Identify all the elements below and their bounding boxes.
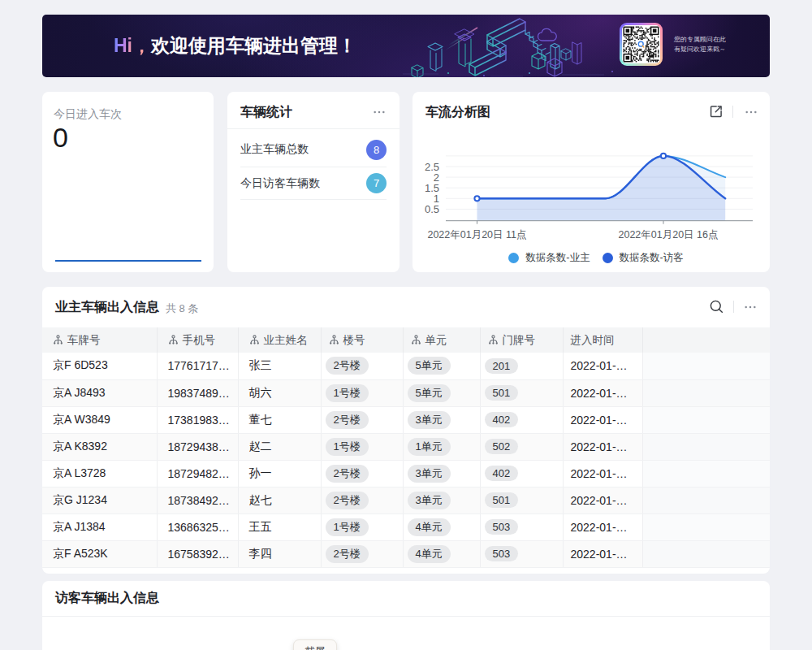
table-cell: 18729438… <box>157 433 238 460</box>
table-cell: 13686325… <box>157 514 238 540</box>
traffic-line-chart: 0.511.522.52022年01月20日 11点2022年01月20日 16… <box>412 92 770 254</box>
more-icon[interactable] <box>742 299 758 315</box>
visitor-table-title: 访客车辆出入信息 <box>55 590 159 607</box>
more-icon[interactable] <box>371 104 387 120</box>
today-entries-value: 0 <box>53 122 68 154</box>
table-cell: 胡六 <box>238 379 321 406</box>
vehicle-stats-card: 车辆统计 业主车辆总数 8今日访客车辆数 7 <box>227 92 400 272</box>
traffic-chart-card: 车流分析图 0.511.522.52022年01月20日 11点2022年01月… <box>412 92 770 272</box>
select-tag: 501 <box>485 385 519 401</box>
table-cell <box>642 514 770 540</box>
table-cell: 1号楼 <box>321 514 403 540</box>
table-cell: 19837489… <box>157 379 238 406</box>
screenshot-button[interactable]: 截屏 <box>293 639 337 650</box>
column-header[interactable]: 进入时间 <box>563 327 642 353</box>
table-cell: 5单元 <box>403 379 480 406</box>
table-cell: 17761717… <box>157 353 238 379</box>
table-cell: 京A L3728 <box>42 460 157 487</box>
legend-item[interactable]: 数据条数-访客 <box>603 251 684 265</box>
qr-caption-line2: 有疑问欢迎来戳～ <box>674 45 726 54</box>
table-cell: 王五 <box>238 514 321 540</box>
table-row[interactable]: 京F A523K16758392…李四2号楼4单元5032022-01-… <box>42 540 770 567</box>
table-cell: 402 <box>480 406 563 433</box>
stats-row: 业主车辆总数 8 <box>240 132 387 167</box>
table-cell: 赵七 <box>238 487 321 514</box>
table-row[interactable]: 京A J138413686325…王五1号楼4单元5032022-01-… <box>42 514 770 540</box>
table-cell <box>642 379 770 406</box>
column-header[interactable] <box>642 327 770 353</box>
table-cell: 2022-01-… <box>563 460 642 487</box>
table-cell: 京G J1234 <box>42 487 157 514</box>
screenshot-button-label: 截屏 <box>304 644 326 650</box>
svg-text:0.5: 0.5 <box>425 203 439 215</box>
table-cell: 18738492… <box>157 487 238 514</box>
table-cell: 17381983… <box>157 406 238 433</box>
chart-legend: 数据条数-业主数据条数-访客 <box>422 251 770 265</box>
stats-row-badge: 8 <box>366 140 387 160</box>
select-tag: 503 <box>485 519 519 535</box>
table-cell: 2022-01-… <box>563 540 642 567</box>
visitor-table-card: 访客车辆出入信息 <box>42 581 770 650</box>
select-tag: 502 <box>485 439 519 454</box>
table-cell: 赵二 <box>238 433 321 460</box>
legend-label: 数据条数-访客 <box>620 251 684 265</box>
table-cell: 503 <box>480 540 563 567</box>
qr-code <box>620 23 663 66</box>
column-header[interactable]: 业主姓名 <box>238 327 321 353</box>
select-tag: 503 <box>485 546 519 561</box>
column-header[interactable]: 门牌号 <box>480 327 563 353</box>
table-cell: 502 <box>480 433 563 460</box>
column-header-label: 楼号 <box>343 334 365 346</box>
table-cell: 4单元 <box>403 540 480 567</box>
banner-greeting-hi: Hi， <box>114 35 151 56</box>
select-tag: 501 <box>485 492 519 508</box>
toolbar-separator <box>733 301 734 313</box>
table-cell: 2022-01-… <box>563 487 642 514</box>
column-header[interactable]: 车牌号 <box>42 327 157 353</box>
qr-caption: 您的专属顾问在此 有疑问欢迎来戳～ <box>674 35 726 54</box>
field-type-icon <box>329 335 339 345</box>
legend-item[interactable]: 数据条数-业主 <box>508 251 590 265</box>
select-tag: 1号楼 <box>326 438 369 456</box>
column-header-label: 门牌号 <box>503 334 536 346</box>
owner-table: 车牌号 手机号 业主姓名 楼号 单元 门牌号进入时间 京F 6D52317761… <box>42 327 770 568</box>
table-cell <box>642 353 770 379</box>
table-row[interactable]: 京A L372818729482…孙一2号楼3单元4022022-01-… <box>42 460 770 487</box>
banner-greeting-text: 欢迎使用车辆进出管理！ <box>151 35 356 56</box>
table-cell: 京A J8493 <box>42 379 157 406</box>
table-cell: 18729482… <box>157 460 238 487</box>
today-entries-card: 今日进入车次 0 <box>42 92 214 272</box>
table-cell: 京A J1384 <box>42 514 157 540</box>
column-header[interactable]: 手机号 <box>157 327 238 353</box>
table-cell: 京A K8392 <box>42 433 157 460</box>
select-tag: 402 <box>485 412 519 427</box>
table-row[interactable]: 京A W384917381983…董七2号楼3单元4022022-01-… <box>42 406 770 433</box>
column-header[interactable]: 楼号 <box>321 327 403 353</box>
table-cell: 5单元 <box>403 353 480 379</box>
select-tag: 2号楼 <box>326 545 369 563</box>
table-cell: 501 <box>480 379 563 406</box>
table-cell: 董七 <box>238 406 321 433</box>
select-tag: 1号楼 <box>326 518 369 536</box>
table-cell: 京A W3849 <box>42 406 157 433</box>
select-tag: 5单元 <box>408 384 451 402</box>
table-cell: 2022-01-… <box>563 406 642 433</box>
table-row[interactable]: 京A K839218729438…赵二1号楼1单元5022022-01-… <box>42 433 770 460</box>
table-cell: 2022-01-… <box>563 353 642 379</box>
table-row[interactable]: 京F 6D52317761717…张三2号楼5单元2012022-01-… <box>42 353 770 379</box>
stats-row-label: 今日访客车辆数 <box>240 176 320 191</box>
table-cell <box>642 433 770 460</box>
column-header[interactable]: 单元 <box>403 327 480 353</box>
owner-table-card: 业主车辆出入信息 共 8 条 车牌号 手机号 业主姓名 楼号 单元 <box>42 287 770 574</box>
table-cell: 3单元 <box>403 460 480 487</box>
table-cell: 501 <box>480 487 563 514</box>
table-row[interactable]: 京G J123418738492…赵七2号楼3单元5012022-01-… <box>42 487 770 514</box>
svg-text:1: 1 <box>434 193 439 205</box>
select-tag: 201 <box>485 358 519 374</box>
search-icon[interactable] <box>710 300 723 314</box>
select-tag: 1单元 <box>408 438 451 456</box>
table-row[interactable]: 京A J849319837489…胡六1号楼5单元5012022-01-… <box>42 379 770 406</box>
svg-text:2.5: 2.5 <box>425 161 439 173</box>
owner-table-title: 业主车辆出入信息 <box>55 299 159 316</box>
table-cell: 16758392… <box>157 540 238 567</box>
